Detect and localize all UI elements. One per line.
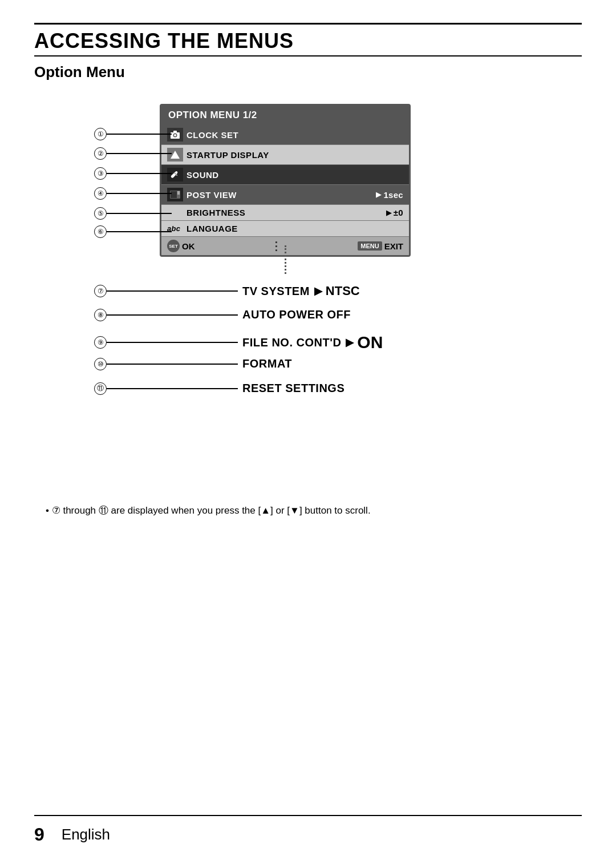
callout-3: ③ [94,167,172,180]
callout-line-2 [107,153,172,154]
callout-6: ⑥ [94,225,172,238]
callout-1: ① [94,128,172,140]
svg-rect-7 [177,191,180,195]
language-label: LANGUAGE [187,224,403,233]
callout-num-10: ⑩ [94,358,107,370]
post-view-val-text: 1sec [383,190,403,200]
callout-num-9: ⑨ [94,336,107,349]
callout-num-5: ⑤ [94,207,107,220]
menu-item-clock-set: CLOCK SET [161,125,409,145]
below-item-7: ⑦ TV SYSTEM ▶ NTSC [94,284,360,298]
callout-num-6: ⑥ [94,225,107,238]
sub-heading: Option Menu [34,63,582,81]
callout-line-8 [107,314,238,316]
format-label: FORMAT [242,357,292,370]
wrench-icon [171,170,180,179]
note-bullet: • [46,505,49,516]
callout-line-4 [107,193,172,194]
diagram-area: OPTION MENU 1/2 CLOCK SET [34,104,582,481]
file-no-contd-label: FILE NO. CONT'D [242,336,341,349]
callout-num-4: ④ [94,187,107,200]
footer: 9 English [34,815,582,845]
auto-power-off-label: AUTO POWER OFF [242,308,351,321]
menu-item-post-view: POST VIEW ▶ 1sec [161,185,409,205]
below-item-9: ⑨ FILE NO. CONT'D ▶ ON [94,333,383,352]
callout-num-1: ① [94,128,107,140]
brightness-arrow: ▶ [386,209,391,217]
reset-settings-label: RESET SETTINGS [242,382,345,395]
triangle-up-icon [171,151,180,159]
note-text: • ⑦ through ⑪ are displayed when you pre… [34,503,582,518]
post-view-arrow: ▶ [376,191,381,199]
callout-line-9 [107,342,238,343]
below-item-11: ⑪ RESET SETTINGS [94,382,345,395]
callout-line-1 [107,134,172,135]
menu-item-language: abc LANGUAGE [161,221,409,237]
svg-rect-1 [173,131,177,133]
callout-num-7: ⑦ [94,285,107,297]
callout-num-3: ③ [94,167,107,180]
callout-4: ④ [94,187,172,200]
brightness-label: BRIGHTNESS [187,208,386,217]
file-no-value: ON [357,333,383,352]
tv-system-arrow: ▶ [314,285,322,297]
callout-num-11: ⑪ [94,382,107,395]
below-item-8: ⑧ AUTO POWER OFF [94,308,351,321]
startup-display-label: STARTUP DISPLAY [187,150,403,160]
sound-label: SOUND [187,170,403,180]
brightness-value: ▶ ±0 [386,208,404,217]
main-heading: ACCESSING THE MENUS [34,29,582,53]
menu-item-sound: SOUND [161,165,409,185]
dotted-line [285,245,286,274]
clock-set-label: CLOCK SET [187,130,403,140]
top-rule [34,23,582,25]
menu-key: MENU [358,241,382,251]
brightness-val-text: ±0 [394,208,403,217]
callout-line-3 [107,173,172,174]
tv-system-value: NTSC [326,284,360,298]
post-view-label: POST VIEW [187,190,376,200]
post-view-value: ▶ 1sec [376,190,403,200]
exit-label: EXIT [384,241,403,251]
below-item-10: ⑩ FORMAT [94,357,292,370]
callout-line-10 [107,364,238,365]
screen-header: OPTION MENU 1/2 [161,106,409,125]
set-icon-text: SET [169,244,178,249]
callout-line-7 [107,290,238,292]
screen-mockup: OPTION MENU 1/2 CLOCK SET [160,104,411,257]
callout-num-8: ⑧ [94,309,107,321]
svg-point-3 [174,134,176,136]
ok-button-area: SET OK [167,240,195,252]
callout-2: ② [94,147,172,160]
page-number: 9 [34,824,44,845]
callout-line-11 [107,388,238,389]
note-content: ⑦ through ⑪ are displayed when you press… [52,505,371,516]
callout-line-6 [107,231,172,232]
callout-5: ⑤ [94,207,172,220]
ok-label: OK [182,241,195,251]
tv-system-label: TV SYSTEM [242,285,310,298]
callout-num-2: ② [94,147,107,160]
page-container: ACCESSING THE MENUS Option Menu OPTION M… [0,0,616,868]
exit-button-area: MENU EXIT [358,241,403,251]
menu-item-brightness: BRIGHTNESS ▶ ±0 [161,205,409,221]
set-icon: SET [167,240,180,252]
heading-rule [34,55,582,56]
menu-item-startup-display: STARTUP DISPLAY [161,145,409,165]
dots-area: ⋮ [270,240,282,252]
callout-line-5 [107,213,172,214]
language-label: English [62,826,110,843]
file-no-arrow: ▶ [346,336,354,349]
